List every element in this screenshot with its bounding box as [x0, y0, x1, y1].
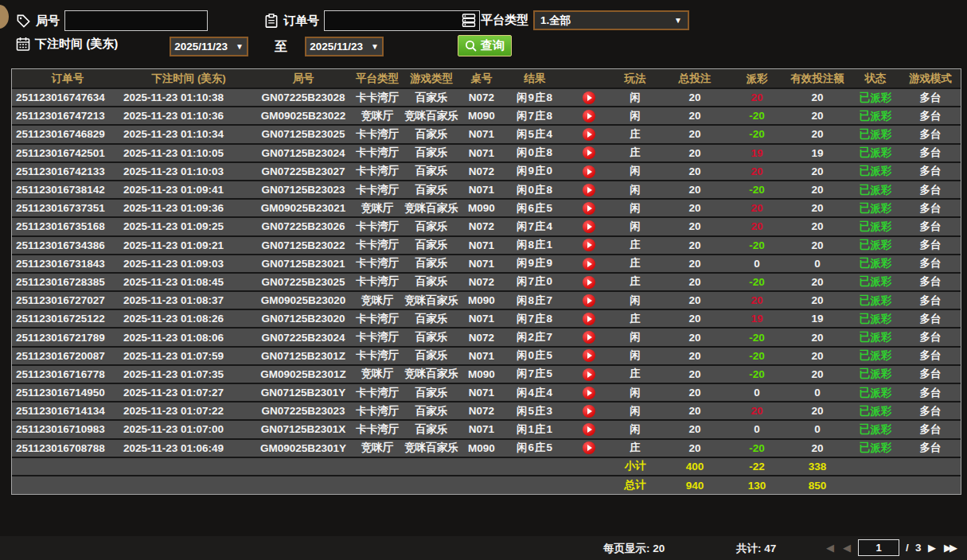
- result-cell: 闲7庄5: [502, 365, 567, 383]
- replay-icon[interactable]: [583, 405, 595, 418]
- payout-cell: 0: [730, 420, 784, 438]
- status-cell: 已派彩: [851, 181, 900, 199]
- replay-cell: [567, 125, 610, 143]
- replay-icon[interactable]: [583, 239, 595, 251]
- result-cell: 闲4庄4: [502, 383, 567, 402]
- table-row: 2511230167087882025-11-23 01:06:49GM0902…: [12, 439, 961, 457]
- platform-type-filter: 平台类型 1.全部 ▼: [462, 10, 689, 30]
- total-count-label: 共计: 47: [736, 542, 776, 556]
- replay-icon[interactable]: [583, 331, 595, 344]
- replay-cell: [567, 144, 610, 162]
- game-no-cell: GM09025B2301Z: [254, 365, 353, 383]
- status-cell: 已派彩: [851, 144, 900, 162]
- total-bet-cell: 20: [660, 181, 730, 199]
- replay-icon[interactable]: [583, 146, 595, 159]
- game-type-cell: 百家乐: [402, 420, 461, 438]
- valid-bet-cell: 20: [784, 291, 851, 309]
- replay-icon[interactable]: [583, 184, 595, 196]
- game-no-cell: GM09025B2301Y: [254, 439, 353, 457]
- payout-cell: -20: [730, 125, 784, 143]
- payout-cell: 20: [730, 199, 784, 217]
- play-type-cell: 闲: [610, 291, 660, 309]
- replay-icon[interactable]: [583, 294, 595, 307]
- payout-cell: -20: [730, 347, 784, 365]
- result-cell: 闲0庄8: [502, 144, 567, 162]
- bet-time-cell: 2025-11-23 01:09:36: [123, 199, 254, 217]
- play-type-cell: 闲: [610, 402, 660, 420]
- order-no-cell: 251123016738142: [12, 181, 123, 199]
- game-type-cell: 百家乐: [402, 162, 461, 181]
- platform-type-select[interactable]: 1.全部 ▼: [533, 10, 689, 30]
- side-panel-handle[interactable]: [0, 5, 9, 29]
- table-no-cell: N071: [461, 420, 502, 438]
- platform-cell: 卡卡湾厅: [353, 144, 402, 162]
- date-to-select[interactable]: 2025/11/23 ▼: [305, 37, 384, 56]
- status-cell: 已派彩: [851, 162, 900, 181]
- play-type-cell: 闲: [610, 420, 660, 438]
- table-no-cell: N072: [461, 162, 502, 181]
- valid-bet-cell: 19: [784, 144, 851, 162]
- play-type-cell: 庄: [610, 144, 660, 162]
- table-no-cell: N071: [461, 181, 502, 199]
- query-button[interactable]: 查询: [458, 35, 512, 56]
- last-page-button[interactable]: ▶▶: [944, 542, 955, 554]
- bet-time-cell: 2025-11-23 01:09:25: [123, 217, 254, 235]
- game-type-cell: 竞咪百家乐: [402, 107, 461, 125]
- game-type-cell: 百家乐: [402, 88, 461, 107]
- status-cell: 已派彩: [851, 199, 900, 217]
- replay-cell: [567, 328, 610, 346]
- order-no-cell: 251123016710983: [12, 420, 123, 438]
- game-mode-cell: 多台: [900, 347, 961, 365]
- bet-time-cell: 2025-11-23 01:08:37: [123, 291, 254, 309]
- status-cell: 已派彩: [851, 402, 900, 420]
- game-no-cell: GN07125B23020: [254, 309, 353, 328]
- total-bet-cell: 20: [660, 199, 730, 217]
- game-no-input[interactable]: [64, 10, 208, 31]
- payout-cell: 20: [730, 217, 784, 235]
- replay-icon[interactable]: [583, 165, 595, 178]
- col-result: 结果: [502, 69, 567, 88]
- replay-icon[interactable]: [583, 128, 595, 141]
- bet-time-cell: 2025-11-23 01:10:38: [123, 88, 254, 107]
- table-row: 2511230167149502025-11-23 01:07:27GN0712…: [12, 383, 961, 402]
- replay-cell: [567, 236, 610, 255]
- order-no-cell: 251123016725122: [12, 309, 123, 328]
- table-row: 2511230167373512025-11-23 01:09:36GM0902…: [12, 199, 961, 217]
- next-page-button[interactable]: ▶: [928, 542, 936, 554]
- play-type-cell: 闲: [610, 107, 660, 125]
- replay-icon[interactable]: [583, 258, 595, 270]
- replay-icon[interactable]: [583, 202, 595, 215]
- total-bet-cell: 20: [660, 88, 730, 107]
- col-payout: 派彩: [730, 69, 784, 88]
- replay-icon[interactable]: [583, 313, 595, 325]
- replay-icon[interactable]: [583, 91, 595, 104]
- first-page-button[interactable]: ◀: [826, 542, 834, 554]
- date-from-select[interactable]: 2025/11/23 ▼: [170, 37, 248, 56]
- game-mode-cell: 多台: [900, 107, 961, 125]
- replay-icon[interactable]: [583, 220, 595, 233]
- replay-cell: [567, 291, 610, 309]
- grand-total-row: 总计940130850: [12, 476, 961, 494]
- col-game-mode: 游戏模式: [900, 69, 961, 88]
- table-no-cell: M090: [461, 365, 502, 383]
- replay-icon[interactable]: [583, 441, 595, 454]
- replay-icon[interactable]: [583, 423, 595, 436]
- order-no-input[interactable]: [324, 10, 480, 31]
- table-row: 2511230167472132025-11-23 01:10:36GM0902…: [12, 107, 961, 125]
- replay-icon[interactable]: [583, 110, 595, 122]
- page-number-input[interactable]: [858, 539, 899, 556]
- replay-icon[interactable]: [583, 368, 595, 381]
- game-type-cell: 百家乐: [402, 383, 461, 402]
- total-bet-cell: 20: [660, 365, 730, 383]
- replay-icon[interactable]: [583, 387, 595, 399]
- prev-page-button[interactable]: ◀: [843, 542, 851, 554]
- platform-cell: 卡卡湾厅: [353, 125, 402, 143]
- game-no-cell: GN07225B23027: [254, 162, 353, 181]
- status-cell: 已派彩: [851, 347, 900, 365]
- platform-cell: 卡卡湾厅: [353, 402, 402, 420]
- replay-icon[interactable]: [583, 349, 595, 362]
- game-mode-cell: 多台: [900, 88, 961, 107]
- play-type-cell: 庄: [610, 125, 660, 143]
- orders-table: 订单号 下注时间 (美东) 局号 平台类型 游戏类型 桌号 结果 玩法 总投注 …: [11, 68, 961, 495]
- replay-icon[interactable]: [583, 276, 595, 289]
